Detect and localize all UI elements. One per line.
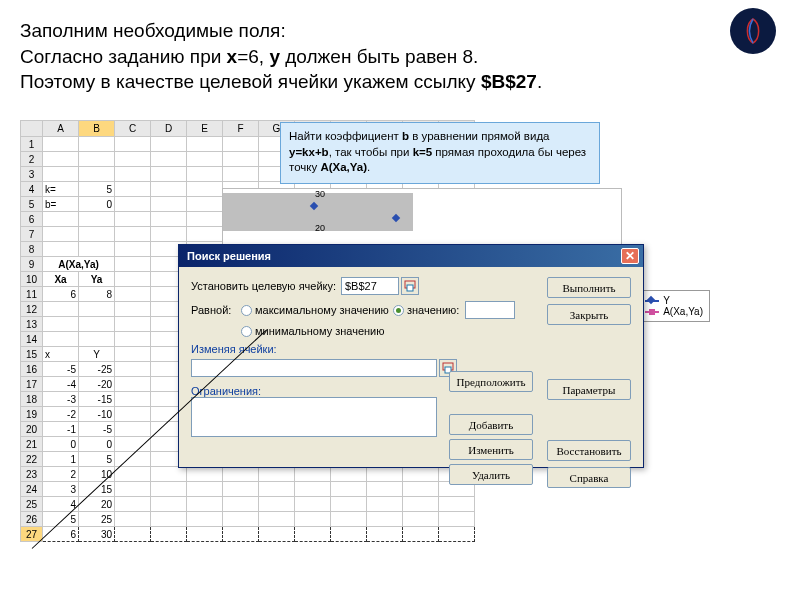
cell-A6[interactable] <box>43 212 79 227</box>
help-button[interactable]: Справка <box>547 467 631 488</box>
ref-picker-icon[interactable] <box>401 277 419 295</box>
cell-D7[interactable] <box>151 227 187 242</box>
cell-K23[interactable] <box>403 467 439 482</box>
delete-button[interactable]: Удалить <box>449 464 533 485</box>
cell-D6[interactable] <box>151 212 187 227</box>
cell-A21[interactable]: 0 <box>43 437 79 452</box>
constraints-list[interactable] <box>191 397 437 437</box>
cell-D26[interactable] <box>151 512 187 527</box>
cell-A10[interactable]: Xa <box>43 272 79 287</box>
cell-B2[interactable] <box>79 152 115 167</box>
cell-A20[interactable]: -1 <box>43 422 79 437</box>
cell-I24[interactable] <box>331 482 367 497</box>
cell-J26[interactable] <box>367 512 403 527</box>
cell-C3[interactable] <box>115 167 151 182</box>
cell-A15[interactable]: x <box>43 347 79 362</box>
cell-F25[interactable] <box>223 497 259 512</box>
changing-cells-input[interactable] <box>191 359 437 377</box>
cell-I27[interactable] <box>331 527 367 542</box>
cell-C21[interactable] <box>115 437 151 452</box>
cell-F3[interactable] <box>223 167 259 182</box>
cell-J24[interactable] <box>367 482 403 497</box>
cell-B5[interactable]: 0 <box>79 197 115 212</box>
cell-J23[interactable] <box>367 467 403 482</box>
cell-C15[interactable] <box>115 347 151 362</box>
cell-C1[interactable] <box>115 137 151 152</box>
cell-B13[interactable] <box>79 317 115 332</box>
cell-E5[interactable] <box>187 197 223 212</box>
cell-C23[interactable] <box>115 467 151 482</box>
cell-B14[interactable] <box>79 332 115 347</box>
cell-A8[interactable] <box>43 242 79 257</box>
cell-L25[interactable] <box>439 497 475 512</box>
cell-C5[interactable] <box>115 197 151 212</box>
cell-A2[interactable] <box>43 152 79 167</box>
cell-E26[interactable] <box>187 512 223 527</box>
cell-C20[interactable] <box>115 422 151 437</box>
cell-E4[interactable] <box>187 182 223 197</box>
cell-F1[interactable] <box>223 137 259 152</box>
cell-E23[interactable] <box>187 467 223 482</box>
cell-D2[interactable] <box>151 152 187 167</box>
cell-H24[interactable] <box>295 482 331 497</box>
cell-C8[interactable] <box>115 242 151 257</box>
cell-H27[interactable] <box>295 527 331 542</box>
radio-min[interactable] <box>241 326 252 337</box>
cell-B8[interactable] <box>79 242 115 257</box>
cell-B20[interactable]: -5 <box>79 422 115 437</box>
close-button[interactable]: Закрыть <box>547 304 631 325</box>
cell-D25[interactable] <box>151 497 187 512</box>
cell-C27[interactable] <box>115 527 151 542</box>
cell-L26[interactable] <box>439 512 475 527</box>
cell-A7[interactable] <box>43 227 79 242</box>
cell-A9[interactable]: A(Xa,Ya) <box>43 257 115 272</box>
cell-D27[interactable] <box>151 527 187 542</box>
cell-B15[interactable]: Y <box>79 347 115 362</box>
cell-C13[interactable] <box>115 317 151 332</box>
cell-D5[interactable] <box>151 197 187 212</box>
target-cell-input[interactable] <box>341 277 399 295</box>
cell-G26[interactable] <box>259 512 295 527</box>
cell-C24[interactable] <box>115 482 151 497</box>
cell-B27[interactable]: 30 <box>79 527 115 542</box>
cell-A4[interactable]: k= <box>43 182 79 197</box>
cell-K26[interactable] <box>403 512 439 527</box>
cell-A5[interactable]: b= <box>43 197 79 212</box>
cell-D4[interactable] <box>151 182 187 197</box>
cell-F2[interactable] <box>223 152 259 167</box>
cell-C14[interactable] <box>115 332 151 347</box>
radio-max[interactable] <box>241 305 252 316</box>
cell-B7[interactable] <box>79 227 115 242</box>
cell-G25[interactable] <box>259 497 295 512</box>
cell-H23[interactable] <box>295 467 331 482</box>
cell-A1[interactable] <box>43 137 79 152</box>
cell-K24[interactable] <box>403 482 439 497</box>
cell-B17[interactable]: -20 <box>79 377 115 392</box>
cell-A26[interactable]: 5 <box>43 512 79 527</box>
cell-B11[interactable]: 8 <box>79 287 115 302</box>
cell-J25[interactable] <box>367 497 403 512</box>
run-button[interactable]: Выполнить <box>547 277 631 298</box>
cell-D23[interactable] <box>151 467 187 482</box>
cell-A13[interactable] <box>43 317 79 332</box>
cell-B18[interactable]: -15 <box>79 392 115 407</box>
cell-A16[interactable]: -5 <box>43 362 79 377</box>
cell-A3[interactable] <box>43 167 79 182</box>
cell-C2[interactable] <box>115 152 151 167</box>
cell-A11[interactable]: 6 <box>43 287 79 302</box>
cell-E24[interactable] <box>187 482 223 497</box>
cell-A22[interactable]: 1 <box>43 452 79 467</box>
cell-E2[interactable] <box>187 152 223 167</box>
edit-button[interactable]: Изменить <box>449 439 533 460</box>
cell-B10[interactable]: Ya <box>79 272 115 287</box>
cell-B26[interactable]: 25 <box>79 512 115 527</box>
cell-A24[interactable]: 3 <box>43 482 79 497</box>
cell-B16[interactable]: -25 <box>79 362 115 377</box>
cell-E7[interactable] <box>187 227 223 242</box>
cell-B6[interactable] <box>79 212 115 227</box>
cell-C9[interactable] <box>115 257 151 272</box>
cell-E27[interactable] <box>187 527 223 542</box>
cell-C10[interactable] <box>115 272 151 287</box>
cell-A17[interactable]: -4 <box>43 377 79 392</box>
cell-E6[interactable] <box>187 212 223 227</box>
